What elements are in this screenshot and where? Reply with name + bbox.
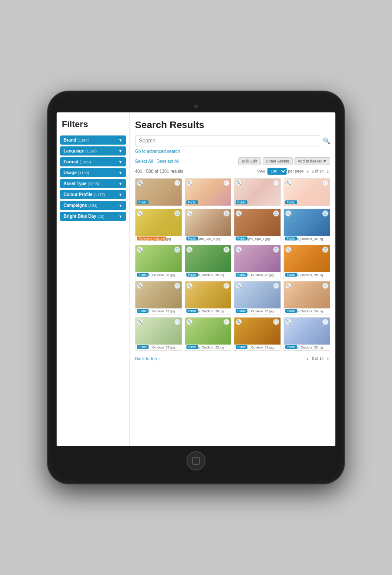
- card-icons-12: 🔍 ☐: [285, 247, 329, 253]
- filter-format[interactable]: Format (1189) ▼: [60, 157, 126, 166]
- zoom-icon-4[interactable]: 🔍: [285, 180, 291, 186]
- image-card-20[interactable]: 🔍 ☐ Public Wynn_Outdoor_20.jpg: [284, 317, 331, 351]
- select-icon-15[interactable]: ☐: [273, 283, 279, 289]
- zoom-icon-14[interactable]: 🔍: [186, 283, 193, 289]
- image-card-5[interactable]: 🔍 ☐ Orderable standard Wynn_Spa_3.jpg: [135, 209, 182, 242]
- filter-bright-blue-day[interactable]: Bright Blue Day (10) ▼: [60, 212, 126, 221]
- select-icon-16[interactable]: ☐: [322, 283, 328, 289]
- image-card-4[interactable]: 🔍 ☐ Public: [284, 178, 331, 206]
- tablet-home-button[interactable]: [186, 451, 206, 470]
- action-buttons: Bulk Edit Share Assets Add to basket ▼: [238, 157, 330, 165]
- filter-language[interactable]: Language (1199) ▼: [60, 146, 126, 156]
- select-icon-19[interactable]: ☐: [273, 319, 279, 325]
- image-card-7[interactable]: 🔍 ☐ Public Wynn_Spa_1.jpg: [234, 209, 281, 242]
- filter-asset-type[interactable]: Asset Type (1093) ▼: [60, 179, 126, 188]
- view-label: View: [257, 169, 265, 173]
- select-icon-14[interactable]: ☐: [223, 283, 230, 289]
- zoom-icon-13[interactable]: 🔍: [137, 283, 143, 289]
- image-card-17[interactable]: 🔍 ☐ Public Wynn_Outdoor_23.jpg: [135, 317, 182, 351]
- filter-usage[interactable]: Usage (1196) ▼: [60, 168, 126, 177]
- advanced-search-link[interactable]: Go to advanced search: [135, 149, 330, 154]
- card-icons-2: 🔍 ☐: [186, 180, 230, 186]
- card-icons-20: 🔍 ☐: [285, 319, 329, 325]
- zoom-icon-3[interactable]: 🔍: [236, 180, 242, 186]
- card-icons-19: 🔍 ☐: [236, 319, 279, 325]
- badge-14: Public: [186, 309, 198, 313]
- search-button[interactable]: 🔍: [323, 137, 330, 144]
- select-icon-18[interactable]: ☐: [223, 319, 230, 325]
- zoom-icon-17[interactable]: 🔍: [137, 319, 143, 325]
- image-card-3[interactable]: 🔍 ☐ Public: [234, 178, 281, 206]
- image-card-9[interactable]: 🔍 ☐ Public Wynn_Outdoor_31.jpg: [135, 245, 182, 278]
- image-card-18[interactable]: 🔍 ☐ Public Wynn_Outdoor_22.jpg: [185, 317, 232, 351]
- image-card-11[interactable]: 🔍 ☐ Public Wynn_Outdoor_29.jpg: [234, 245, 281, 278]
- filter-colour-profile[interactable]: Colour Profile (1177) ▼: [60, 190, 126, 199]
- zoom-icon-10[interactable]: 🔍: [186, 247, 193, 253]
- zoom-icon-2[interactable]: 🔍: [186, 180, 193, 186]
- tablet-camera: [194, 105, 198, 108]
- select-icon-11[interactable]: ☐: [273, 247, 279, 253]
- page-indicator: 5 of 14: [312, 169, 324, 173]
- zoom-icon-1[interactable]: 🔍: [137, 180, 143, 186]
- badge-16: Public: [285, 309, 297, 313]
- zoom-icon-19[interactable]: 🔍: [236, 319, 242, 325]
- zoom-icon-16[interactable]: 🔍: [285, 283, 291, 289]
- zoom-icon-15[interactable]: 🔍: [236, 283, 242, 289]
- select-icon-5[interactable]: ☐: [174, 210, 180, 216]
- bulk-edit-button[interactable]: Bulk Edit: [238, 157, 261, 165]
- image-card-14[interactable]: 🔍 ☐ Public Wynn_Outdoor_26.jpg: [185, 281, 232, 315]
- filter-campaigns[interactable]: Campaigns (164) ▼: [60, 201, 126, 210]
- select-icon-17[interactable]: ☐: [174, 319, 180, 325]
- select-icon-2[interactable]: ☐: [223, 180, 230, 186]
- select-icon-3[interactable]: ☐: [273, 180, 279, 186]
- image-card-1[interactable]: 🔍 ☐ Public: [135, 178, 182, 206]
- search-input[interactable]: [135, 135, 320, 146]
- select-icon-4[interactable]: ☐: [322, 180, 328, 186]
- prev-page-button[interactable]: ‹: [305, 168, 310, 175]
- zoom-icon-11[interactable]: 🔍: [236, 247, 242, 253]
- zoom-icon-9[interactable]: 🔍: [137, 247, 143, 253]
- image-card-12[interactable]: 🔍 ☐ Public Wynn_Outdoor_28.jpg: [284, 245, 331, 278]
- image-card-15[interactable]: 🔍 ☐ Public Wynn_Outdoor_25.jpg: [234, 281, 281, 315]
- per-page-select[interactable]: 100 50 25: [267, 168, 287, 175]
- select-icon-7[interactable]: ☐: [273, 210, 279, 216]
- image-card-6[interactable]: 🔍 ☐ Public Wynn_Spa_2.jpg: [185, 209, 232, 242]
- image-card-8[interactable]: 🔍 ☐ Public Wynn_Outdoor_32.jpg: [284, 209, 331, 242]
- zoom-icon-8[interactable]: 🔍: [285, 210, 291, 216]
- select-icon-1[interactable]: ☐: [174, 180, 180, 186]
- image-card-19[interactable]: 🔍 ☐ Public Wynn_Outdoor_21.jpg: [234, 317, 281, 351]
- select-all-link[interactable]: Select All: [135, 159, 153, 164]
- filter-brand[interactable]: Brand (1394) ▼: [60, 135, 126, 145]
- zoom-icon-18[interactable]: 🔍: [186, 319, 193, 325]
- image-card-13[interactable]: 🔍 ☐ Public Wynn_Outdoor_27.jpg: [135, 281, 182, 315]
- back-to-top-link[interactable]: Back to top ↑: [135, 356, 160, 361]
- zoom-icon-7[interactable]: 🔍: [236, 210, 242, 216]
- filter-language-arrow: ▼: [118, 149, 122, 153]
- image-card-16[interactable]: 🔍 ☐ Public Wynn_Outdoor_24.jpg: [284, 281, 331, 315]
- zoom-icon-6[interactable]: 🔍: [186, 210, 193, 216]
- filter-brand-arrow: ▼: [118, 138, 122, 142]
- select-icon-8[interactable]: ☐: [322, 210, 328, 216]
- select-icon-20[interactable]: ☐: [322, 319, 328, 325]
- image-card-2[interactable]: 🔍 ☐ Public: [185, 178, 232, 206]
- zoom-icon-5[interactable]: 🔍: [137, 210, 143, 216]
- zoom-icon-12[interactable]: 🔍: [285, 247, 291, 253]
- per-page-label: per page: [288, 169, 304, 173]
- bottom-prev-page-button[interactable]: ‹: [305, 355, 310, 362]
- image-card-10[interactable]: 🔍 ☐ Public Wynn_Outdoor_30.jpg: [185, 245, 232, 278]
- zoom-icon-20[interactable]: 🔍: [285, 319, 291, 325]
- select-icon-10[interactable]: ☐: [223, 247, 230, 253]
- badge-9: Public: [137, 273, 149, 277]
- select-icon-12[interactable]: ☐: [322, 247, 328, 253]
- main-content: Search Results 🔍 Go to advanced search S…: [130, 112, 335, 446]
- select-icon-13[interactable]: ☐: [174, 283, 180, 289]
- badge-4: Public: [285, 200, 297, 204]
- card-icons-11: 🔍 ☐: [236, 247, 279, 253]
- select-icon-9[interactable]: ☐: [174, 247, 180, 253]
- add-to-basket-button[interactable]: Add to basket ▼: [294, 157, 330, 165]
- select-icon-6[interactable]: ☐: [223, 210, 230, 216]
- bottom-next-page-button[interactable]: ›: [325, 355, 330, 362]
- share-assets-button[interactable]: Share Assets: [263, 157, 293, 165]
- next-page-button[interactable]: ›: [325, 168, 330, 175]
- deselect-all-link[interactable]: Deselect All: [156, 159, 179, 164]
